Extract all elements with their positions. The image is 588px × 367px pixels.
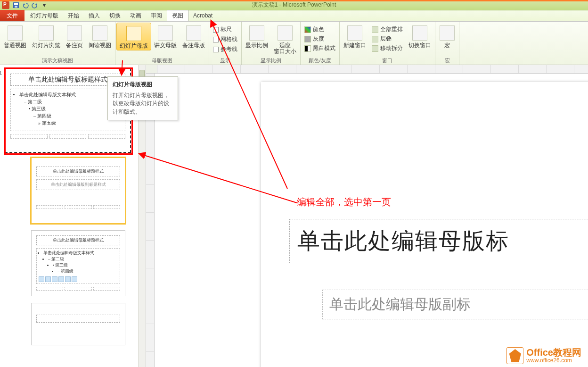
slide-master-icon bbox=[126, 26, 141, 41]
bullet-l2: 第二级 bbox=[28, 99, 42, 104]
bullet-l4: 第四级 bbox=[37, 113, 51, 118]
notes-master-icon bbox=[186, 25, 201, 41]
normal-view-icon bbox=[8, 25, 23, 41]
new-window-button[interactable]: 新建窗口 bbox=[341, 23, 369, 50]
blackwhite-button[interactable]: 黑白模式 bbox=[304, 44, 335, 52]
layout-thumb-3[interactable] bbox=[31, 303, 125, 345]
ribbon: 普通视图 幻灯片浏览 备注页 阅读视图 演示文稿视图 幻灯片母版 讲义母版 备注… bbox=[0, 22, 588, 65]
gridlines-checkbox[interactable]: 网格线 bbox=[213, 35, 237, 43]
normal-view-button[interactable]: 普通视图 bbox=[1, 23, 29, 50]
btn-label: 切换窗口 bbox=[408, 42, 431, 49]
svg-rect-1 bbox=[14, 3, 18, 5]
undo-icon[interactable] bbox=[21, 1, 30, 9]
new-window-icon bbox=[347, 25, 362, 41]
notes-page-button[interactable]: 备注页 bbox=[63, 23, 86, 50]
fit-window-button[interactable]: 适应 窗口大小 bbox=[271, 23, 299, 56]
horizontal-ruler[interactable] bbox=[157, 65, 588, 74]
grayscale-button[interactable]: 灰度 bbox=[304, 35, 335, 43]
macros-button[interactable]: 宏 bbox=[436, 23, 458, 50]
tab-slide-master[interactable]: 幻灯片母版 bbox=[25, 10, 63, 21]
group-label: 宏 bbox=[436, 57, 458, 65]
tab-insert[interactable]: 插入 bbox=[84, 10, 105, 21]
tab-label: 切换 bbox=[109, 12, 121, 20]
bullet-l2: 第二级 bbox=[51, 257, 64, 261]
tab-animation[interactable]: 动画 bbox=[125, 10, 146, 21]
btn-label: 适应 窗口大小 bbox=[274, 42, 296, 55]
zoom-button[interactable]: 显示比例 bbox=[243, 23, 271, 50]
qat-dropdown-icon[interactable]: ▾ bbox=[40, 1, 49, 9]
file-tab[interactable]: 文件 bbox=[0, 10, 24, 21]
color-mode-button[interactable]: 颜色 bbox=[304, 25, 335, 33]
bullet-l1: 单击此处编辑母版文本样式 bbox=[19, 92, 122, 98]
notes-master-button[interactable]: 备注母版 bbox=[180, 23, 208, 50]
fit-icon bbox=[278, 25, 293, 41]
zoom-icon bbox=[249, 25, 264, 41]
tab-home[interactable]: 开始 bbox=[63, 10, 84, 21]
thumb-footers bbox=[36, 205, 120, 209]
ruler-corner bbox=[146, 65, 157, 74]
btn-label: 讲义母版 bbox=[154, 42, 177, 49]
title-placeholder[interactable]: 单击此处编辑母版标 bbox=[289, 219, 588, 263]
screentip-body: 打开幻灯片母版视图，以更改母版幻灯片的设计和版式。 bbox=[113, 92, 173, 116]
bullet-l4: 第四级 bbox=[61, 269, 74, 274]
watermark-icon bbox=[506, 347, 523, 364]
screentip: 幻灯片母版视图 打开幻灯片母版视图，以更改母版幻灯片的设计和版式。 bbox=[107, 76, 178, 120]
handout-master-button[interactable]: 讲义母版 bbox=[151, 23, 180, 50]
save-icon[interactable] bbox=[12, 1, 20, 9]
cascade-icon bbox=[372, 36, 378, 42]
arrange-all-button[interactable]: 全部重排 bbox=[372, 25, 403, 33]
layout-thumb-1[interactable]: 单击此处编辑母版标题样式 单击此处编辑母版副标题样式 bbox=[31, 158, 125, 224]
tab-label: 审阅 bbox=[151, 12, 162, 20]
checkbox-icon bbox=[213, 27, 219, 33]
thumb-content: 单击此处编辑母版文本样式 – 第二级 • 第三级 – 第四级 bbox=[36, 248, 120, 284]
ribbon-tabs: 文件 幻灯片母版 开始 插入 切换 动画 审阅 视图 Acrobat bbox=[0, 10, 588, 22]
sorter-icon bbox=[39, 25, 54, 41]
reading-view-button[interactable]: 阅读视图 bbox=[86, 23, 114, 50]
slide-canvas[interactable]: 单击此处编辑母版标 单击此处编辑母版副标 bbox=[261, 82, 588, 367]
group-color-grayscale: 颜色 灰度 黑白模式 颜色/灰度 bbox=[301, 22, 340, 65]
powerpoint-icon[interactable] bbox=[2, 1, 9, 9]
btn-label: 颜色 bbox=[313, 25, 324, 33]
btn-label: 备注母版 bbox=[182, 42, 205, 49]
slide-area[interactable]: 单击此处编辑母版标 单击此处编辑母版副标 bbox=[146, 65, 588, 367]
bullet-l3: 第三级 bbox=[32, 106, 46, 111]
layout-thumb-2[interactable]: 单击此处编辑母版标题样式 单击此处编辑母版文本样式 – 第二级 • 第三级 – … bbox=[31, 230, 125, 296]
tab-label: Acrobat bbox=[193, 12, 212, 19]
workspace: 1 单击此处编辑母版标题样式 单击此处编辑母版文本样式 – 第二级 • 第三级 bbox=[0, 65, 588, 367]
btn-label: 移动拆分 bbox=[380, 44, 403, 52]
ruler-checkbox[interactable]: 标尺 bbox=[213, 25, 237, 33]
btn-label: 层叠 bbox=[380, 35, 392, 43]
content-placeholder-icons bbox=[39, 276, 118, 282]
group-label: 母版视图 bbox=[116, 57, 208, 65]
group-macros: 宏 宏 bbox=[435, 22, 459, 65]
group-presentation-views: 普通视图 幻灯片浏览 备注页 阅读视图 演示文稿视图 bbox=[0, 22, 115, 65]
thumb-subtitle: 单击此处编辑母版副标题样式 bbox=[36, 179, 120, 190]
thumb-footers bbox=[10, 134, 125, 139]
slide-master-button[interactable]: 幻灯片母版 bbox=[116, 23, 151, 50]
guides-checkbox[interactable]: 参考线 bbox=[213, 45, 237, 53]
group-show: 标尺 网格线 参考线 显示 bbox=[209, 22, 242, 65]
btn-label: 显示比例 bbox=[245, 42, 268, 49]
canvas-viewport[interactable]: 单击此处编辑母版标 单击此处编辑母版副标 bbox=[157, 74, 588, 367]
tab-view[interactable]: 视图 bbox=[167, 10, 188, 21]
thumb-title bbox=[36, 315, 120, 323]
btn-label: 新建窗口 bbox=[343, 42, 366, 49]
slide-sorter-button[interactable]: 幻灯片浏览 bbox=[29, 23, 63, 50]
tab-acrobat[interactable]: Acrobat bbox=[188, 10, 217, 21]
group-label: 窗口 bbox=[341, 57, 434, 65]
watermark-line1: Office教程网 bbox=[526, 347, 581, 358]
tab-review[interactable]: 审阅 bbox=[146, 10, 167, 21]
switch-icon bbox=[412, 25, 427, 41]
split-icon bbox=[372, 45, 378, 52]
switch-windows-button[interactable]: 切换窗口 bbox=[406, 23, 434, 50]
svg-rect-2 bbox=[15, 6, 17, 8]
cascade-button[interactable]: 层叠 bbox=[372, 35, 403, 43]
gray-icon bbox=[304, 36, 311, 42]
checkbox-icon bbox=[213, 37, 219, 42]
annotation-text: 编辑全部，选中第一页 bbox=[297, 196, 391, 209]
subtitle-placeholder[interactable]: 单击此处编辑母版副标 bbox=[322, 290, 588, 319]
tab-transition[interactable]: 切换 bbox=[105, 10, 125, 21]
btn-label: 宏 bbox=[444, 42, 450, 49]
move-split-button[interactable]: 移动拆分 bbox=[372, 44, 403, 52]
redo-icon[interactable] bbox=[31, 1, 39, 9]
